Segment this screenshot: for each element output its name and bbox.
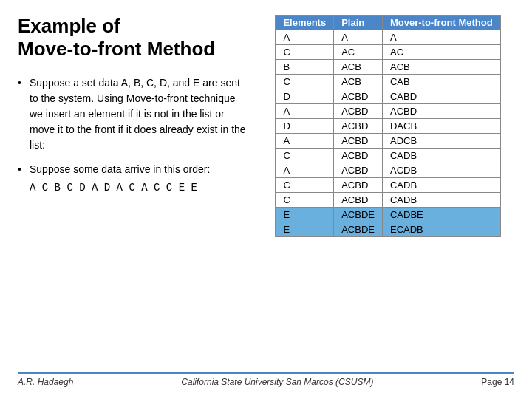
cell-mtf: CADB — [382, 193, 500, 208]
cell-plain: ACBD — [334, 134, 383, 149]
table-row: CACAC — [276, 45, 500, 60]
cell-plain: ACBD — [334, 89, 383, 104]
cell-element: C — [276, 178, 334, 193]
right-panel: Elements Plain Mover-to-front Method AAA… — [262, 15, 514, 369]
cell-element: A — [276, 104, 334, 119]
footer-institution: California State University San Marcos (… — [181, 377, 373, 387]
table-row: BACBACB — [276, 60, 500, 75]
footer-page: Page 14 — [481, 377, 514, 387]
bullet-2: Suppose some data arrive in this order: … — [18, 162, 247, 196]
cell-plain: ACBD — [334, 193, 383, 208]
cell-plain: ACBDE — [334, 222, 383, 237]
footer: A.R. Hadaegh California State University… — [18, 372, 514, 387]
left-panel: Example of Move-to-front Method Suppose … — [18, 15, 247, 369]
mtf-table: Elements Plain Mover-to-front Method AAA… — [275, 15, 500, 237]
table-row: CACBDCADB — [276, 149, 500, 163]
table-row: CACBCAB — [276, 75, 500, 89]
table-row: AACBDADCB — [276, 134, 500, 149]
cell-mtf: CABD — [382, 89, 500, 104]
cell-element: D — [276, 119, 334, 134]
cell-element: E — [276, 222, 334, 237]
col-header-elements: Elements — [276, 16, 334, 30]
cell-plain: ACBDE — [334, 208, 383, 222]
bullet-1: Suppose a set data A, B, C, D, and E are… — [18, 75, 247, 153]
cell-element: C — [276, 149, 334, 163]
cell-mtf: A — [382, 30, 500, 45]
cell-element: A — [276, 30, 334, 45]
cell-plain: ACBD — [334, 104, 383, 119]
cell-mtf: ACBD — [382, 104, 500, 119]
cell-element: D — [276, 89, 334, 104]
table-row: DACBDDACB — [276, 119, 500, 134]
cell-element: B — [276, 60, 334, 75]
table-row: CACBDCADB — [276, 178, 500, 193]
table-row: AAA — [276, 30, 500, 45]
cell-element: C — [276, 75, 334, 89]
bullet-2-text: Suppose some data arrive in this order: — [30, 163, 210, 175]
cell-mtf: ECADB — [382, 222, 500, 237]
title-line2: Move-to-front Method — [18, 38, 215, 60]
cell-plain: ACBD — [334, 149, 383, 163]
cell-mtf: CAB — [382, 75, 500, 89]
main-content: Example of Move-to-front Method Suppose … — [18, 15, 514, 369]
title-line1: Example of — [18, 15, 120, 37]
table-row: CACBDCADB — [276, 193, 500, 208]
cell-element: E — [276, 208, 334, 222]
cell-element: A — [276, 163, 334, 178]
col-header-plain: Plain — [334, 16, 383, 30]
cell-mtf: CADB — [382, 149, 500, 163]
table-row: AACBDACDB — [276, 163, 500, 178]
cell-plain: ACB — [334, 75, 383, 89]
table-row: AACBDACBD — [276, 104, 500, 119]
cell-plain: AC — [334, 45, 383, 60]
table-row: EACBDEECADB — [276, 222, 500, 237]
cell-element: A — [276, 134, 334, 149]
footer-author: A.R. Hadaegh — [18, 377, 73, 387]
order-sequence: A C B C D A D A C A C C E E — [30, 180, 247, 196]
cell-plain: ACB — [334, 60, 383, 75]
table-row: EACBDECADBE — [276, 208, 500, 222]
cell-plain: A — [334, 30, 383, 45]
cell-plain: ACBD — [334, 163, 383, 178]
cell-mtf: ACDB — [382, 163, 500, 178]
table-row: DACBDCABD — [276, 89, 500, 104]
cell-plain: ACBD — [334, 119, 383, 134]
cell-plain: ACBD — [334, 178, 383, 193]
cell-mtf: ADCB — [382, 134, 500, 149]
bullet-1-text: Suppose a set data A, B, C, D, and E are… — [30, 77, 246, 151]
cell-element: C — [276, 193, 334, 208]
col-header-mtf: Mover-to-front Method — [382, 16, 500, 30]
slide: Example of Move-to-front Method Suppose … — [0, 0, 532, 399]
order-text: A C B C D A D A C A C C E E — [30, 182, 197, 194]
cell-element: C — [276, 45, 334, 60]
cell-mtf: DACB — [382, 119, 500, 134]
cell-mtf: CADB — [382, 178, 500, 193]
cell-mtf: CADBE — [382, 208, 500, 222]
cell-mtf: AC — [382, 45, 500, 60]
slide-title: Example of Move-to-front Method — [18, 15, 247, 61]
cell-mtf: ACB — [382, 60, 500, 75]
